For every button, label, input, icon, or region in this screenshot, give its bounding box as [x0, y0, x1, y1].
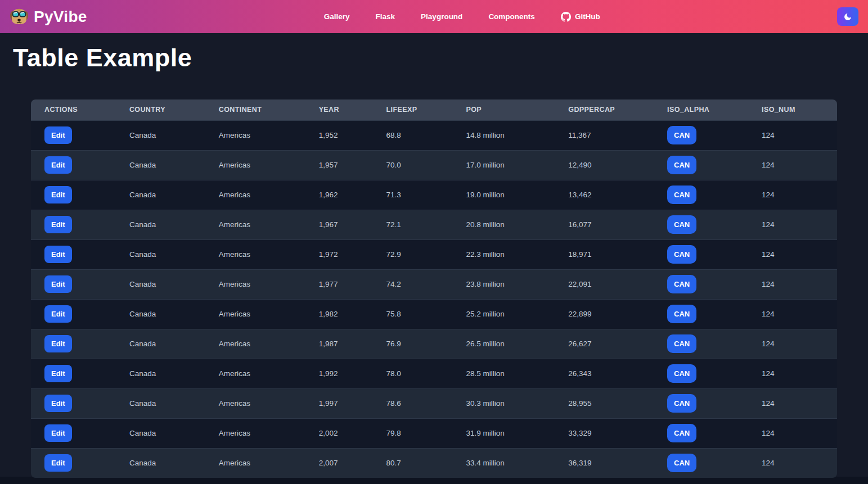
cell-actions: Edit — [31, 269, 116, 299]
cell-actions: Edit — [31, 448, 116, 478]
edit-button[interactable]: Edit — [44, 186, 72, 203]
pyvibe-dog-logo-icon — [10, 8, 29, 25]
github-label: GitHub — [575, 12, 600, 21]
cell-continent: Americas — [205, 329, 305, 359]
edit-button[interactable]: Edit — [44, 454, 72, 472]
table-body: EditCanadaAmericas1,95268.814.8 million1… — [31, 120, 837, 478]
cell-gdppercap: 13,462 — [555, 180, 654, 210]
cell-lifeexp: 78.6 — [373, 388, 453, 418]
edit-button[interactable]: Edit — [44, 275, 72, 293]
cell-year: 1,962 — [305, 180, 373, 210]
table-row: EditCanadaAmericas1,98776.926.5 million2… — [31, 329, 837, 359]
iso-alpha-badge: CAN — [667, 186, 696, 204]
cell-actions: Edit — [31, 418, 116, 448]
table-row: EditCanadaAmericas1,97272.922.3 million1… — [31, 239, 837, 269]
cell-iso-num: 124 — [748, 418, 837, 448]
iso-alpha-badge: CAN — [667, 364, 696, 383]
cell-year: 1,997 — [305, 388, 373, 418]
cell-lifeexp: 75.8 — [373, 299, 453, 329]
cell-actions: Edit — [31, 299, 116, 329]
cell-iso-alpha: CAN — [654, 239, 748, 269]
table-row: EditCanadaAmericas2,00780.733.4 million3… — [31, 448, 837, 478]
brand-name: PyVibe — [34, 8, 87, 26]
cell-gdppercap: 18,971 — [555, 239, 654, 269]
cell-continent: Americas — [205, 359, 305, 388]
column-header-continent: CONTINENT — [205, 99, 305, 120]
cell-iso-alpha: CAN — [654, 359, 748, 388]
edit-button[interactable]: Edit — [44, 395, 72, 412]
cell-lifeexp: 72.1 — [373, 210, 453, 239]
cell-iso-num: 124 — [748, 239, 837, 269]
cell-pop: 17.0 million — [452, 150, 555, 180]
cell-pop: 23.8 million — [452, 269, 555, 299]
cell-iso-alpha: CAN — [654, 388, 748, 418]
cell-iso-num: 124 — [748, 388, 837, 418]
edit-button[interactable]: Edit — [44, 126, 72, 144]
column-header-iso-alpha: ISO_ALPHA — [654, 99, 748, 120]
cell-iso-num: 124 — [748, 448, 837, 478]
cell-iso-alpha: CAN — [654, 329, 748, 359]
cell-iso-num: 124 — [748, 120, 837, 150]
cell-actions: Edit — [31, 329, 116, 359]
nav-item-playground[interactable]: Playground — [421, 12, 462, 21]
table-row: EditCanadaAmericas1,97774.223.8 million2… — [31, 269, 837, 299]
nav-item-github[interactable]: GitHub — [561, 12, 600, 22]
dark-mode-toggle-button[interactable] — [837, 7, 858, 26]
cell-year: 1,977 — [305, 269, 373, 299]
cell-gdppercap: 11,367 — [555, 120, 654, 150]
cell-iso-alpha: CAN — [654, 150, 748, 180]
nav-item-components[interactable]: Components — [488, 12, 535, 21]
nav-item-flask[interactable]: Flask — [376, 12, 395, 21]
cell-iso-num: 124 — [748, 180, 837, 210]
table-row: EditCanadaAmericas1,99778.630.3 million2… — [31, 388, 837, 418]
column-header-year: YEAR — [305, 99, 373, 120]
cell-year: 1,967 — [305, 210, 373, 239]
cell-pop: 25.2 million — [452, 299, 555, 329]
cell-lifeexp: 72.9 — [373, 239, 453, 269]
edit-button[interactable]: Edit — [44, 305, 72, 323]
main-nav: Gallery Flask Playground Components GitH… — [87, 12, 837, 22]
cell-lifeexp: 74.2 — [373, 269, 453, 299]
cell-gdppercap: 26,627 — [555, 329, 654, 359]
cell-actions: Edit — [31, 150, 116, 180]
cell-country: Canada — [116, 180, 205, 210]
cell-pop: 31.9 million — [452, 418, 555, 448]
cell-pop: 33.4 million — [452, 448, 555, 478]
column-header-iso-num: ISO_NUM — [748, 99, 837, 120]
edit-button[interactable]: Edit — [44, 246, 72, 263]
cell-iso-alpha: CAN — [654, 180, 748, 210]
cell-country: Canada — [116, 210, 205, 239]
cell-pop: 30.3 million — [452, 388, 555, 418]
edit-button[interactable]: Edit — [44, 365, 72, 382]
iso-alpha-badge: CAN — [667, 126, 696, 144]
cell-country: Canada — [116, 329, 205, 359]
cell-iso-alpha: CAN — [654, 210, 748, 239]
cell-actions: Edit — [31, 180, 116, 210]
cell-country: Canada — [116, 388, 205, 418]
cell-pop: 28.5 million — [452, 359, 555, 388]
gapminder-table: ACTIONS COUNTRY CONTINENT YEAR LIFEEXP P… — [31, 99, 837, 478]
edit-button[interactable]: Edit — [44, 216, 72, 233]
iso-alpha-badge: CAN — [667, 156, 696, 174]
edit-button[interactable]: Edit — [44, 156, 72, 174]
cell-pop: 26.5 million — [452, 329, 555, 359]
cell-iso-alpha: CAN — [654, 448, 748, 478]
brand-home-link[interactable]: PyVibe — [10, 8, 87, 26]
table-header-row: ACTIONS COUNTRY CONTINENT YEAR LIFEEXP P… — [31, 99, 837, 120]
edit-button[interactable]: Edit — [44, 424, 72, 442]
cell-lifeexp: 68.8 — [373, 120, 453, 150]
edit-button[interactable]: Edit — [44, 335, 72, 352]
nav-item-gallery[interactable]: Gallery — [324, 12, 350, 21]
iso-alpha-badge: CAN — [667, 305, 696, 323]
iso-alpha-badge: CAN — [667, 245, 696, 264]
table-row: EditCanadaAmericas1,96271.319.0 million1… — [31, 180, 837, 210]
cell-year: 1,982 — [305, 299, 373, 329]
cell-continent: Americas — [205, 210, 305, 239]
cell-gdppercap: 22,899 — [555, 299, 654, 329]
cell-country: Canada — [116, 120, 205, 150]
column-header-gdppercap: GDPPERCAP — [555, 99, 654, 120]
table-row: EditCanadaAmericas1,95770.017.0 million1… — [31, 150, 837, 180]
cell-continent: Americas — [205, 388, 305, 418]
cell-country: Canada — [116, 418, 205, 448]
cell-actions: Edit — [31, 210, 116, 239]
